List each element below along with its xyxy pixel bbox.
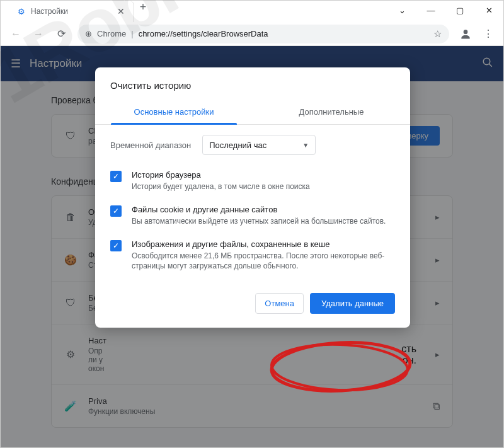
tab-basic[interactable]: Основные настройки <box>95 100 253 124</box>
tab-title: Настройки <box>31 7 110 16</box>
dialog-actions: Отмена Удалить данные <box>95 280 410 328</box>
browser-window: ⚙ Настройки ✕ + ⌄ — ▢ ✕ ← → ⟳ ⊕ Chrome |… <box>0 0 504 448</box>
dialog-tabs: Основные настройки Дополнительные <box>95 100 410 125</box>
profile-button[interactable] <box>455 24 476 44</box>
site-info-icon[interactable]: ⊕ <box>85 29 92 38</box>
cache-checkbox-row: ✓ Изображения и другие файлы, сохраненны… <box>110 233 395 279</box>
bookmark-star-icon[interactable]: ☆ <box>433 28 442 40</box>
address-bar[interactable]: ⊕ Chrome | chrome://settings/clearBrowse… <box>77 25 449 43</box>
reload-button[interactable]: ⟳ <box>51 24 71 44</box>
history-checkbox[interactable]: ✓ <box>110 171 122 182</box>
forward-button[interactable]: → <box>28 24 49 44</box>
back-button[interactable]: ← <box>6 24 26 44</box>
time-range-value: Последний час <box>209 141 266 150</box>
dropdown-button[interactable]: ⌄ <box>387 1 416 20</box>
svg-point-0 <box>464 30 468 34</box>
toolbar: ← → ⟳ ⊕ Chrome | chrome://settings/clear… <box>1 22 503 46</box>
new-tab-button[interactable]: + <box>134 1 152 14</box>
cookies-checkbox[interactable]: ✓ <box>110 205 122 217</box>
clear-data-button[interactable]: Удалить данные <box>310 293 395 314</box>
time-range-label: Временной диапазон <box>110 141 191 150</box>
close-tab-icon[interactable]: ✕ <box>115 6 127 16</box>
window-controls: ⌄ — ▢ ✕ <box>387 1 503 20</box>
cache-checkbox[interactable]: ✓ <box>110 240 122 251</box>
tab-advanced[interactable]: Дополнительные <box>253 100 410 124</box>
cancel-button[interactable]: Отмена <box>255 293 304 314</box>
chevron-down-icon: ▼ <box>302 142 309 149</box>
titlebar: ⚙ Настройки ✕ + ⌄ — ▢ ✕ <box>1 1 503 22</box>
cookies-checkbox-row: ✓ Файлы cookie и другие данные сайтов Вы… <box>110 198 395 233</box>
time-range-row: Временной диапазон Последний час ▼ <box>110 135 395 155</box>
maximize-button[interactable]: ▢ <box>445 1 474 20</box>
clear-browsing-data-dialog: Очистить историю Основные настройки Допо… <box>95 67 410 328</box>
time-range-select[interactable]: Последний час ▼ <box>202 135 316 155</box>
history-checkbox-row: ✓ История браузера История будет удалена… <box>110 164 395 198</box>
minimize-button[interactable]: — <box>416 1 445 20</box>
url-scheme: Chrome <box>97 29 126 38</box>
close-window-button[interactable]: ✕ <box>474 1 503 20</box>
gear-icon: ⚙ <box>17 7 26 16</box>
browser-tab[interactable]: ⚙ Настройки ✕ <box>8 1 134 22</box>
dialog-title: Очистить историю <box>95 67 410 100</box>
dialog-body: Временной диапазон Последний час ▼ ✓ Ист… <box>95 125 410 280</box>
url-path: chrome://settings/clearBrowserData <box>139 29 268 38</box>
kebab-menu-icon[interactable]: ⋮ <box>478 24 498 44</box>
